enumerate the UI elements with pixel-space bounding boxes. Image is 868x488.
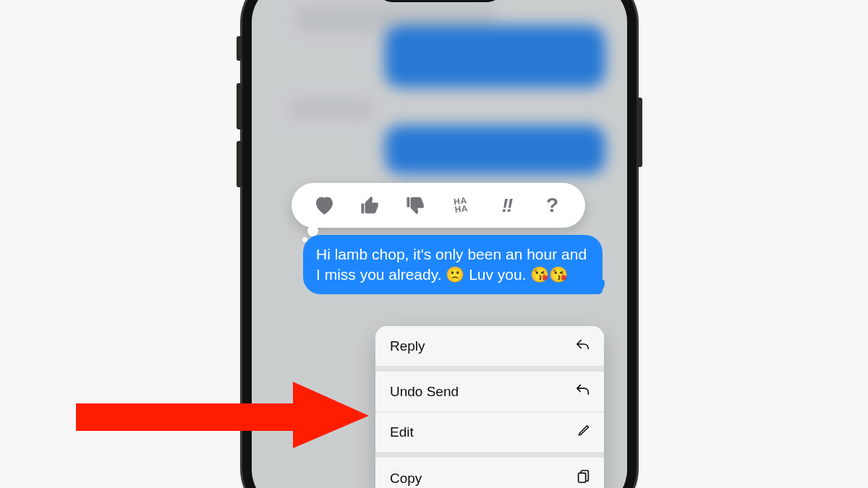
- menu-item-label: Copy: [390, 471, 422, 487]
- thumbs-up-icon[interactable]: [355, 190, 386, 221]
- annotation-arrow: [76, 379, 373, 451]
- svg-rect-0: [579, 473, 586, 482]
- volume-down-button: [237, 141, 242, 187]
- copy-icon: [575, 468, 591, 488]
- edit-item[interactable]: Edit: [375, 411, 604, 452]
- menu-divider: [375, 366, 604, 372]
- tapback-tray: HAHA !! ?: [292, 183, 585, 228]
- edit-icon: [576, 423, 591, 441]
- focused-message-bubble[interactable]: Hi lamb chop, it's only been an hour and…: [303, 235, 603, 294]
- svg-marker-2: [293, 382, 369, 448]
- copy-item[interactable]: Copy: [375, 458, 604, 488]
- undo-icon: [575, 382, 591, 401]
- reply-icon: [575, 337, 591, 355]
- svg-rect-1: [76, 403, 300, 431]
- menu-item-label: Reply: [390, 338, 425, 354]
- message-text: Hi lamb chop, it's only been an hour and…: [316, 246, 587, 283]
- menu-item-label: Undo Send: [390, 384, 459, 400]
- thumbs-down-icon[interactable]: [401, 190, 431, 221]
- exclaim-icon[interactable]: !!: [492, 190, 522, 221]
- menu-item-label: Edit: [390, 424, 414, 440]
- heart-icon[interactable]: [310, 190, 340, 221]
- reply-item[interactable]: Reply: [375, 326, 604, 366]
- menu-divider: [375, 452, 604, 458]
- mute-switch: [237, 36, 242, 61]
- question-icon[interactable]: ?: [537, 190, 568, 221]
- context-menu: Reply Undo Send Edit Copy: [375, 326, 604, 488]
- notch: [376, 0, 503, 2]
- undo-send-item[interactable]: Undo Send: [375, 372, 604, 411]
- power-button: [637, 98, 642, 167]
- volume-up-button: [237, 83, 242, 129]
- bubble-tail: [592, 280, 608, 296]
- haha-icon[interactable]: HAHA: [446, 190, 477, 221]
